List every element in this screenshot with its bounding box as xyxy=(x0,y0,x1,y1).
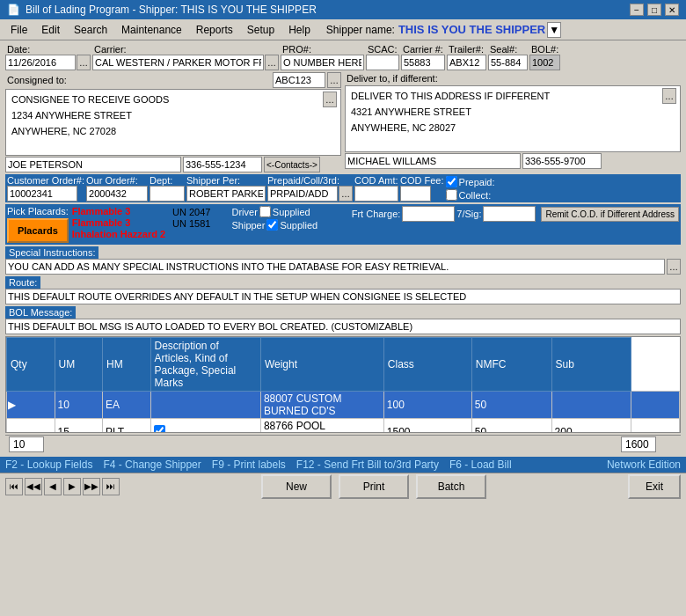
cod-fee-field: COD Fee: xyxy=(400,175,444,202)
cod-fee-input[interactable] xyxy=(400,186,431,202)
special-instructions-input[interactable] xyxy=(5,259,665,275)
shortcut-f6[interactable]: F6 - Load Bill xyxy=(449,458,512,471)
nav-next-next[interactable]: ▶▶ xyxy=(83,478,100,495)
prepaid-collect-area: Prepaid: Collect: xyxy=(446,176,495,201)
batch-button[interactable]: Batch xyxy=(416,474,486,499)
trailer-field: Trailer#: xyxy=(447,44,486,70)
deliver-line2[interactable] xyxy=(349,104,676,120)
menu-item-setup[interactable]: Setup xyxy=(240,22,281,38)
menu-item-maintenance[interactable]: Maintenance xyxy=(114,22,189,38)
prepaid-ellipsis[interactable]: … xyxy=(339,186,353,202)
nav-first[interactable]: ⏮ xyxy=(5,478,23,495)
customer-order-input[interactable] xyxy=(7,186,77,202)
contacts-button[interactable]: <-Contacts-> xyxy=(264,157,320,172)
carrier-num-input[interactable] xyxy=(401,55,445,70)
consigned-line3[interactable] xyxy=(10,123,337,139)
table-header-row: Qty UM HM Description of Articles, Kind … xyxy=(7,338,680,392)
header-row: Date: … Carrier: … PRO#: SCAC: Carrier #… xyxy=(5,44,681,70)
deliver-section: Deliver to, if different: … xyxy=(345,72,681,172)
consigned-ellipsis[interactable]: … xyxy=(323,92,337,107)
trailer-input[interactable] xyxy=(447,55,486,70)
our-order-field: Our Order#: xyxy=(86,175,148,202)
collect-checkbox[interactable] xyxy=(446,189,457,201)
menu-item-reports[interactable]: Reports xyxy=(189,22,240,38)
our-order-input[interactable] xyxy=(86,186,148,202)
consigned-contact[interactable] xyxy=(5,157,181,172)
new-button[interactable]: New xyxy=(261,474,332,499)
carrier-ellipsis[interactable]: … xyxy=(265,55,279,70)
menu-item-edit[interactable]: Edit xyxy=(34,22,67,38)
special-instructions-label: Special Instructions: xyxy=(5,246,99,259)
total-qty-field: 10 xyxy=(9,436,44,452)
pick-placards-label: Pick Placards: xyxy=(7,206,69,216)
prepaid-checkbox[interactable] xyxy=(446,176,457,187)
nav-prev[interactable]: ◀ xyxy=(44,478,62,495)
items-table: Qty UM HM Description of Articles, Kind … xyxy=(6,337,680,433)
deliver-ellipsis[interactable]: … xyxy=(662,88,676,104)
deliver-phone[interactable] xyxy=(522,153,602,169)
abc-ellipsis[interactable]: … xyxy=(327,72,341,88)
table-row[interactable]: 15PLT88766 POOL CHEMICALS150050200 xyxy=(7,419,680,434)
print-button[interactable]: Print xyxy=(339,474,409,499)
menu-item-help[interactable]: Help xyxy=(281,22,317,38)
consigned-line2[interactable] xyxy=(10,107,337,123)
deliver-line3[interactable] xyxy=(349,120,676,136)
shipper-dropdown[interactable]: ▼ xyxy=(547,22,561,38)
placards-button[interactable]: Placards xyxy=(7,218,69,243)
scac-input[interactable] xyxy=(366,55,399,70)
pro-field: PRO#: xyxy=(281,44,364,70)
table-row[interactable]: ▶10EA88007 CUSTOM BURNED CD'S10050 xyxy=(7,392,680,419)
cod-amt-field: COD Amt: xyxy=(354,175,398,202)
total-qty-value: 10 xyxy=(13,438,25,451)
carrier-input[interactable] xyxy=(92,55,264,70)
shipper-per-input[interactable] xyxy=(186,186,266,202)
deliver-contact[interactable] xyxy=(345,153,521,169)
shortcut-f9[interactable]: F9 - Print labels xyxy=(212,458,286,471)
shipper-supplied-checkbox[interactable] xyxy=(266,219,278,231)
customer-order-field: Customer Order#: xyxy=(7,175,84,202)
sig-input[interactable] xyxy=(483,206,536,222)
consigned-line1[interactable] xyxy=(10,92,238,107)
nav-prev-prev[interactable]: ◀◀ xyxy=(25,478,42,495)
bol-message-input[interactable] xyxy=(5,319,681,334)
order-row: Customer Order#: Our Order#: Dept: Shipp… xyxy=(5,174,681,202)
seal-input[interactable] xyxy=(488,55,528,70)
driver-supplied-checkbox[interactable] xyxy=(259,206,271,217)
bol-message-section: BOL Message: xyxy=(5,306,681,334)
exit-button[interactable]: Exit xyxy=(628,474,681,499)
nav-next[interactable]: ▶ xyxy=(63,478,81,495)
shipper-per-field: Shipper Per: xyxy=(186,175,266,202)
prepaid-checkbox-row: Prepaid: xyxy=(446,176,495,187)
date-input[interactable] xyxy=(5,55,76,70)
cod-amt-input[interactable] xyxy=(354,186,398,202)
frt-charge-input[interactable] xyxy=(402,206,455,222)
dept-input[interactable] xyxy=(150,186,185,202)
shortcut-f12[interactable]: F12 - Send Frt Bill to/3rd Party xyxy=(296,458,439,471)
maximize-button[interactable]: □ xyxy=(647,4,661,16)
remit-cod-box[interactable]: Remit C.O.D. if Different Address xyxy=(541,207,679,222)
nav-last[interactable]: ⏭ xyxy=(102,478,120,495)
address-section: Consigned to: … … <-Contacts-> xyxy=(5,72,681,172)
date-ellipsis[interactable]: … xyxy=(77,55,91,70)
menu-item-search[interactable]: Search xyxy=(67,22,114,38)
route-input[interactable] xyxy=(5,289,681,304)
prepaid-input[interactable] xyxy=(267,186,338,202)
deliver-line1[interactable] xyxy=(349,88,578,104)
route-label: Route: xyxy=(5,276,40,289)
scac-field: SCAC: xyxy=(366,44,399,70)
abc-input[interactable] xyxy=(273,72,325,88)
consigned-phone[interactable] xyxy=(183,157,262,172)
deliver-line4[interactable] xyxy=(349,136,676,150)
consigned-line4[interactable] xyxy=(10,139,337,153)
close-button[interactable]: ✕ xyxy=(665,4,679,16)
shortcut-f4[interactable]: F4 - Change Shipper xyxy=(103,458,201,471)
shortcut-f2[interactable]: F2 - Lookup Fields xyxy=(5,458,92,471)
col-sub: Sub xyxy=(551,338,631,392)
pro-input[interactable] xyxy=(281,55,364,70)
total-weight-value: 1600 xyxy=(625,438,649,451)
special-instructions-ellipsis[interactable]: … xyxy=(667,259,681,275)
col-class: Class xyxy=(383,338,471,392)
menu-item-file[interactable]: File xyxy=(4,22,34,38)
minimize-button[interactable]: − xyxy=(630,4,644,16)
bol-input[interactable] xyxy=(529,55,560,70)
